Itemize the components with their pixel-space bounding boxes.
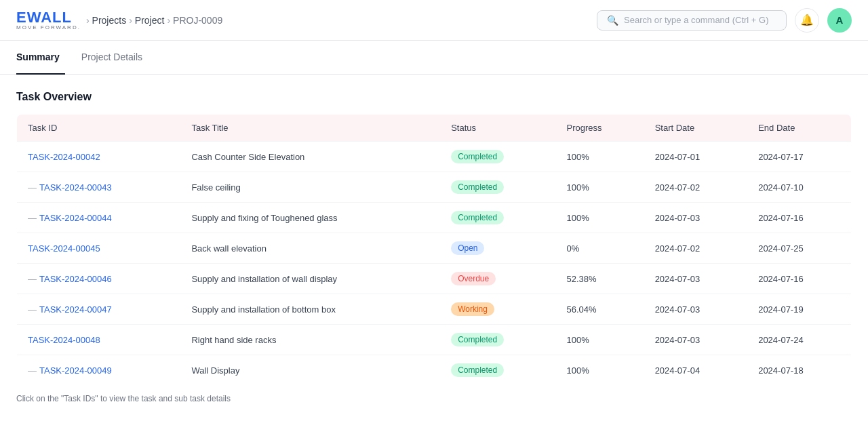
col-header-end-date: End Date xyxy=(747,115,851,142)
search-bar[interactable]: 🔍 Search or type a command (Ctrl + G) xyxy=(597,10,787,31)
task-id-cell[interactable]: —TASK-2024-00044 xyxy=(17,203,181,233)
task-start-date-cell: 2024-07-03 xyxy=(644,203,748,233)
header-left: EWALL MOVE FORWARD. › Projects › Project… xyxy=(16,10,222,31)
col-header-task-title: Task Title xyxy=(180,115,440,142)
task-title-cell: Supply and installation of bottom box xyxy=(180,294,440,325)
task-id-link[interactable]: TASK-2024-00042 xyxy=(28,152,100,162)
task-title-cell: Cash Counter Side Elevation xyxy=(180,142,440,172)
task-end-date-cell: 2024-07-17 xyxy=(747,142,851,172)
task-title-cell: False ceiling xyxy=(180,172,440,203)
task-id-link[interactable]: TASK-2024-00048 xyxy=(28,335,100,345)
table-header-row: Task ID Task Title Status Progress Start… xyxy=(17,115,852,142)
status-badge: Completed xyxy=(451,333,504,346)
tab-project-details[interactable]: Project Details xyxy=(76,41,148,75)
breadcrumb-sep-1: › xyxy=(86,15,90,26)
breadcrumb-projects[interactable]: Projects xyxy=(92,15,127,26)
indent-dash: — xyxy=(28,304,37,315)
task-status-cell: Working xyxy=(440,294,555,325)
task-id-link[interactable]: TASK-2024-00047 xyxy=(39,304,112,315)
task-end-date-cell: 2024-07-19 xyxy=(747,294,851,325)
task-progress-cell: 56.04% xyxy=(556,294,644,325)
task-status-cell: Completed xyxy=(440,142,555,172)
table-row: —TASK-2024-00046Supply and installation … xyxy=(17,264,852,294)
task-id-link[interactable]: TASK-2024-00044 xyxy=(39,213,112,223)
task-progress-cell: 100% xyxy=(556,325,644,355)
col-header-progress: Progress xyxy=(556,115,644,142)
status-badge: Completed xyxy=(451,180,504,194)
breadcrumb-sep-2: › xyxy=(129,15,132,26)
logo-sub: MOVE FORWARD. xyxy=(16,25,81,31)
table-row: TASK-2024-00045Back wall elevationOpen0%… xyxy=(17,233,852,264)
table-row: TASK-2024-00048Right hand side racksComp… xyxy=(17,325,852,355)
tab-summary[interactable]: Summary xyxy=(16,41,65,75)
status-badge: Completed xyxy=(451,150,504,163)
task-end-date-cell: 2024-07-16 xyxy=(747,264,851,294)
task-id-cell[interactable]: —TASK-2024-00047 xyxy=(17,294,181,325)
task-id-cell[interactable]: —TASK-2024-00049 xyxy=(17,355,181,386)
task-status-cell: Overdue xyxy=(440,264,555,294)
task-title-cell: Supply and installation of wall display xyxy=(180,264,440,294)
col-header-start-date: Start Date xyxy=(644,115,748,142)
task-id-cell[interactable]: TASK-2024-00048 xyxy=(17,325,181,355)
task-title-cell: Wall Display xyxy=(180,355,440,386)
main-content: Task Overview Task ID Task Title Status … xyxy=(0,75,868,420)
task-status-cell: Completed xyxy=(440,325,555,355)
task-progress-cell: 100% xyxy=(556,142,644,172)
task-start-date-cell: 2024-07-04 xyxy=(644,355,748,386)
notification-bell-button[interactable]: 🔔 xyxy=(795,8,819,33)
task-end-date-cell: 2024-07-18 xyxy=(747,355,851,386)
header: EWALL MOVE FORWARD. › Projects › Project… xyxy=(0,0,868,41)
task-title-cell: Right hand side racks xyxy=(180,325,440,355)
task-end-date-cell: 2024-07-10 xyxy=(747,172,851,203)
avatar: A xyxy=(827,8,852,33)
task-id-cell[interactable]: TASK-2024-00042 xyxy=(17,142,181,172)
task-start-date-cell: 2024-07-03 xyxy=(644,325,748,355)
task-end-date-cell: 2024-07-16 xyxy=(747,203,851,233)
task-progress-cell: 100% xyxy=(556,355,644,386)
task-id-cell[interactable]: TASK-2024-00045 xyxy=(17,233,181,264)
task-end-date-cell: 2024-07-24 xyxy=(747,325,851,355)
task-id-cell[interactable]: —TASK-2024-00046 xyxy=(17,264,181,294)
task-overview-title: Task Overview xyxy=(16,91,852,103)
logo-text: EWALL xyxy=(16,10,81,25)
status-badge: Open xyxy=(451,241,484,255)
task-id-link[interactable]: TASK-2024-00046 xyxy=(39,274,112,284)
indent-dash: — xyxy=(28,213,37,223)
indent-dash: — xyxy=(28,182,37,193)
task-status-cell: Completed xyxy=(440,172,555,203)
task-id-link[interactable]: TASK-2024-00043 xyxy=(39,182,112,193)
col-header-status: Status xyxy=(440,115,555,142)
table-row: —TASK-2024-00049Wall DisplayCompleted100… xyxy=(17,355,852,386)
breadcrumb-sep-3: › xyxy=(167,15,170,26)
task-title-cell: Back wall elevation xyxy=(180,233,440,264)
search-placeholder: Search or type a command (Ctrl + G) xyxy=(624,15,769,25)
task-start-date-cell: 2024-07-03 xyxy=(644,294,748,325)
col-header-task-id: Task ID xyxy=(17,115,181,142)
task-start-date-cell: 2024-07-01 xyxy=(644,142,748,172)
task-start-date-cell: 2024-07-03 xyxy=(644,264,748,294)
table-footnote: Click on the "Task IDs" to view the task… xyxy=(16,394,852,403)
task-status-cell: Open xyxy=(440,233,555,264)
task-id-link[interactable]: TASK-2024-00045 xyxy=(28,243,100,254)
task-end-date-cell: 2024-07-25 xyxy=(747,233,851,264)
task-progress-cell: 0% xyxy=(556,233,644,264)
breadcrumb-project[interactable]: Project xyxy=(135,15,165,26)
table-row: —TASK-2024-00043False ceilingCompleted10… xyxy=(17,172,852,203)
status-badge: Completed xyxy=(451,211,504,224)
indent-dash: — xyxy=(28,365,37,376)
status-badge: Working xyxy=(451,302,494,316)
table-row: —TASK-2024-00047Supply and installation … xyxy=(17,294,852,325)
task-id-cell[interactable]: —TASK-2024-00043 xyxy=(17,172,181,203)
status-badge: Overdue xyxy=(451,272,496,285)
table-row: TASK-2024-00042Cash Counter Side Elevati… xyxy=(17,142,852,172)
header-right: 🔍 Search or type a command (Ctrl + G) 🔔 … xyxy=(597,8,852,33)
task-progress-cell: 52.38% xyxy=(556,264,644,294)
indent-dash: — xyxy=(28,274,37,284)
search-icon: 🔍 xyxy=(607,15,618,26)
task-table: Task ID Task Title Status Progress Start… xyxy=(16,114,852,386)
task-start-date-cell: 2024-07-02 xyxy=(644,233,748,264)
tabs: Summary Project Details xyxy=(0,41,868,75)
task-id-link[interactable]: TASK-2024-00049 xyxy=(39,365,112,376)
task-progress-cell: 100% xyxy=(556,172,644,203)
status-badge: Completed xyxy=(451,363,504,377)
